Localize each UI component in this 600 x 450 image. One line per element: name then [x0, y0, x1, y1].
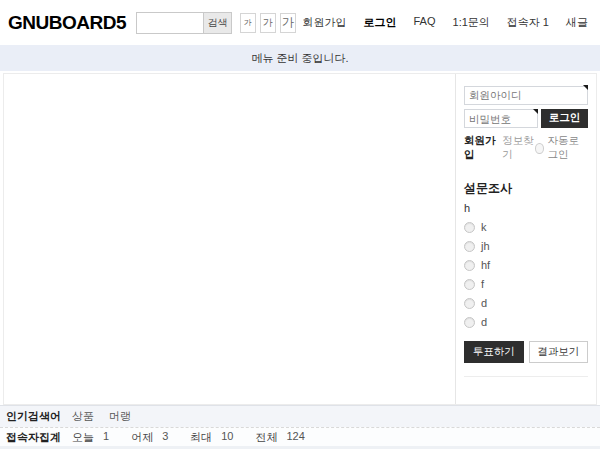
main-content-area [4, 74, 455, 404]
stat-value: 1 [103, 430, 109, 445]
survey-option-label: d [481, 297, 487, 309]
stat-value: 124 [287, 430, 305, 445]
page-bottom-strip [0, 446, 600, 449]
search-button[interactable]: 검색 [203, 13, 231, 33]
stat-name: 전체 [256, 430, 278, 445]
password-input[interactable] [464, 109, 538, 128]
survey-option-label: f [481, 278, 484, 290]
nav-inquiry[interactable]: 1:1문의 [453, 15, 490, 30]
input-corner-marker [583, 85, 588, 90]
survey-option-label: d [481, 316, 487, 328]
font-size-buttons: 가 가 가 [240, 13, 296, 33]
top-nav: 회원가입 로그인 FAQ 1:1문의 접속자 1 새글 [303, 15, 589, 30]
stat-total: 전체 124 [256, 430, 305, 445]
font-size-small-button[interactable]: 가 [240, 13, 256, 33]
stat-max: 최대 10 [190, 430, 233, 445]
login-links-row: 회원가입 정보찾기 자동로그인 [464, 134, 588, 162]
survey-option[interactable]: d [464, 316, 588, 328]
visitor-stats-row: 접속자집계 오늘 1 어제 3 최대 10 전체 124 [0, 427, 600, 446]
header-search: 검색 [136, 12, 232, 34]
survey-question: h [464, 202, 588, 214]
survey-option[interactable]: jh [464, 240, 588, 252]
auto-login-checkbox[interactable] [535, 143, 544, 154]
password-row: 로그인 [464, 109, 588, 129]
popular-search-label: 인기검색어 [6, 409, 72, 424]
search-input[interactable] [137, 13, 203, 33]
radio-icon[interactable] [464, 222, 475, 233]
site-logo[interactable]: GNUBOARD5 [8, 12, 126, 34]
popular-keywords: 상품 머랭 [72, 409, 131, 424]
survey-option[interactable]: d [464, 297, 588, 309]
vote-button[interactable]: 투표하기 [464, 341, 524, 363]
popular-keyword-link[interactable]: 상품 [72, 409, 94, 424]
nav-new-posts[interactable]: 새글 [566, 15, 588, 30]
content-wrapper: 로그인 회원가입 정보찾기 자동로그인 설문조사 h k jh hf [3, 73, 597, 405]
stat-name: 최대 [190, 430, 212, 445]
survey-option[interactable]: k [464, 221, 588, 233]
stat-value: 10 [221, 430, 233, 445]
font-size-large-button[interactable]: 가 [280, 13, 296, 33]
radio-icon[interactable] [464, 260, 475, 271]
menu-notice-bar: 메뉴 준비 중입니다. [0, 45, 600, 71]
radio-icon[interactable] [464, 317, 475, 328]
stat-today: 오늘 1 [72, 430, 109, 445]
radio-icon[interactable] [464, 241, 475, 252]
survey-option[interactable]: f [464, 278, 588, 290]
popular-search-row: 인기검색어 상품 머랭 [0, 405, 600, 427]
survey-widget: 설문조사 h k jh hf f d [464, 180, 588, 377]
auto-login-label: 자동로그인 [547, 134, 588, 162]
member-id-input[interactable] [464, 86, 588, 105]
nav-register[interactable]: 회원가입 [303, 15, 347, 30]
survey-title: 설문조사 [464, 180, 588, 197]
popular-keyword-link[interactable]: 머랭 [109, 409, 131, 424]
radio-icon[interactable] [464, 298, 475, 309]
input-corner-marker [533, 109, 538, 114]
login-button[interactable]: 로그인 [541, 109, 588, 128]
visitor-stats: 오늘 1 어제 3 최대 10 전체 124 [72, 430, 327, 445]
password-field-wrap [464, 109, 538, 129]
stat-name: 오늘 [72, 430, 94, 445]
stat-name: 어제 [131, 430, 153, 445]
register-link[interactable]: 회원가입 [464, 134, 497, 162]
nav-login[interactable]: 로그인 [364, 15, 397, 30]
visitor-stats-label: 접속자집계 [6, 430, 72, 445]
find-info-link[interactable]: 정보찾기 [502, 134, 535, 162]
survey-option-label: hf [481, 259, 490, 271]
nav-connected-users[interactable]: 접속자 1 [507, 15, 549, 30]
auto-login-toggle[interactable]: 자동로그인 [535, 134, 588, 162]
survey-option[interactable]: hf [464, 259, 588, 271]
sidebar: 로그인 회원가입 정보찾기 자동로그인 설문조사 h k jh hf [455, 74, 596, 404]
font-size-medium-button[interactable]: 가 [260, 13, 276, 33]
radio-icon[interactable] [464, 279, 475, 290]
nav-faq[interactable]: FAQ [414, 15, 436, 30]
stat-value: 3 [162, 430, 168, 445]
result-button[interactable]: 결과보기 [529, 341, 589, 363]
survey-option-label: k [481, 221, 487, 233]
survey-buttons-row: 투표하기 결과보기 [464, 341, 588, 377]
stat-yesterday: 어제 3 [131, 430, 168, 445]
header: GNUBOARD5 검색 가 가 가 회원가입 로그인 FAQ 1:1문의 접속… [0, 0, 600, 45]
survey-option-label: jh [481, 240, 490, 252]
member-id-field-wrap [464, 85, 588, 105]
